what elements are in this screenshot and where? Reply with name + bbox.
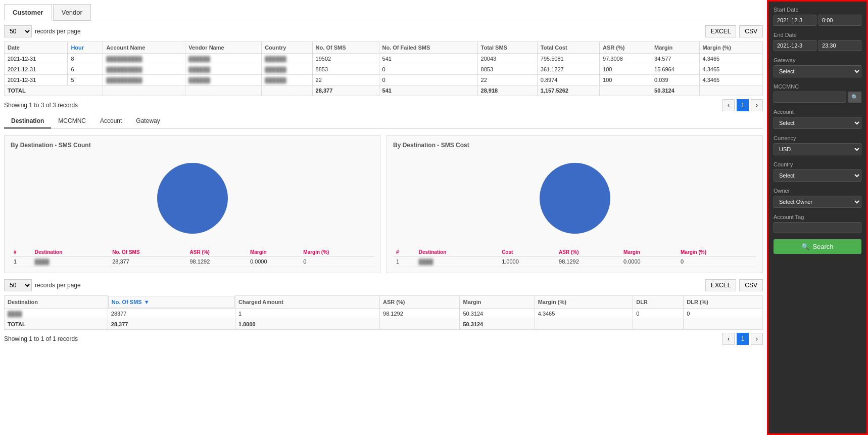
chart1-margin-pct: 0: [300, 257, 374, 267]
chart1-sms: 28,377: [109, 257, 186, 267]
top-tabs: Customer Vendor: [4, 4, 763, 21]
chart2-col-dest: Destination: [416, 248, 499, 257]
chart-tab-mccmnc[interactable]: MCCMNC: [51, 114, 93, 128]
cell-total-sms: 22: [477, 75, 537, 85]
bottom-pagination: Showing 1 to 1 of 1 records ‹ 1 ›: [4, 333, 763, 345]
table-row: 2021-12-31 5 ██████████ ██████ ██████ 22…: [5, 75, 763, 85]
cell-margin: 0.039: [651, 75, 700, 85]
end-date-input[interactable]: [774, 40, 816, 51]
bottom-excel-button[interactable]: EXCEL: [705, 279, 736, 291]
mccmnc-search-button[interactable]: 🔍: [848, 92, 861, 103]
top-pagination: Showing 1 to 3 of 3 records ‹ 1 ›: [4, 99, 763, 111]
tab-vendor[interactable]: Vendor: [53, 4, 91, 21]
bottom-per-page-select[interactable]: 50100: [4, 279, 32, 291]
bottom-pagination-showing: Showing 1 to 1 of 1 records: [4, 335, 78, 342]
bottom-margin-pct: 4.3465: [535, 308, 633, 319]
pagination-showing: Showing 1 to 3 of 3 records: [4, 102, 78, 109]
total-margin: 50.3124: [651, 85, 700, 96]
gateway-section: Gateway Select: [774, 57, 861, 77]
mccmnc-input[interactable]: [774, 92, 846, 103]
account-tag-label: Account Tag: [774, 214, 861, 220]
gateway-label: Gateway: [774, 57, 861, 63]
bottom-total-label: TOTAL: [5, 319, 108, 329]
pie-circle-1: [157, 163, 228, 234]
chart2-col-asr: ASR (%): [556, 248, 620, 257]
total-no-sms: 28,377: [312, 85, 379, 96]
cell-vendor: ██████: [185, 64, 262, 75]
bottom-col-sms[interactable]: No. Of SMS ▼: [108, 296, 235, 308]
bottom-csv-button[interactable]: CSV: [739, 279, 763, 291]
csv-button[interactable]: CSV: [739, 25, 763, 37]
chart2-col-cost: Cost: [499, 248, 556, 257]
chart1-legend-table: # Destination No. Of SMS ASR (%) Margin …: [11, 248, 374, 267]
account-tag-input[interactable]: [774, 222, 861, 233]
chart1-col-margin: Margin: [247, 248, 300, 257]
bottom-page-1-button[interactable]: 1: [737, 333, 749, 345]
account-label: Account: [774, 109, 861, 115]
chart2-col-num: #: [393, 248, 416, 257]
chart1-title: By Destination - SMS Count: [11, 142, 374, 149]
next-page-button[interactable]: ›: [751, 99, 763, 111]
col-hour[interactable]: Hour: [68, 42, 103, 54]
chart-sms-cost: By Destination - SMS Cost # Destination …: [387, 135, 763, 273]
owner-section: Owner Select Owner: [774, 188, 861, 208]
cell-margin-pct: 4.3465: [699, 54, 762, 64]
cell-failed-sms: 0: [379, 64, 477, 75]
per-page-select[interactable]: 50100200: [4, 25, 32, 37]
col-margin-pct: Margin (%): [699, 42, 762, 54]
chart1-margin: 0.0000: [247, 257, 300, 267]
cell-total-cost: 361.1227: [537, 64, 599, 75]
country-select[interactable]: Select: [774, 169, 861, 182]
cell-account: ██████████: [103, 64, 185, 75]
mccmnc-label: MCCMNC: [774, 83, 861, 90]
per-page-control: 50100200 records per page: [4, 25, 81, 37]
bottom-prev-page-button[interactable]: ‹: [722, 333, 735, 345]
excel-button[interactable]: EXCEL: [705, 25, 736, 37]
cell-country: ██████: [262, 64, 312, 75]
search-button[interactable]: 🔍 Search: [774, 239, 861, 254]
search-icon: 🔍: [801, 243, 809, 250]
chart-tabs: Destination MCCMNC Account Gateway: [4, 114, 763, 129]
currency-label: Currency: [774, 135, 861, 141]
charts-row: By Destination - SMS Count # Destination…: [4, 135, 763, 273]
cell-hour: 8: [68, 54, 103, 64]
col-asr: ASR (%): [600, 42, 651, 54]
prev-page-button[interactable]: ‹: [722, 99, 735, 111]
bottom-dlr-pct: 0: [684, 308, 763, 319]
chart-tab-gateway[interactable]: Gateway: [129, 114, 167, 128]
gateway-select[interactable]: Select: [774, 65, 861, 77]
bottom-col-margin-pct: Margin (%): [535, 296, 633, 309]
col-date: Date: [5, 42, 68, 54]
chart2-margin-pct: 0: [678, 257, 756, 267]
country-section: Country Select: [774, 161, 861, 182]
cell-asr: 97.3008: [600, 54, 651, 64]
chart2-legend-row: 1 ████ 1.0000 98.1292 0.0000 0: [393, 257, 756, 267]
bottom-total-sms: 28,377: [108, 319, 235, 329]
bottom-col-charged: Charged Amount: [235, 296, 380, 309]
total-total-sms: 28,918: [477, 85, 537, 96]
chart2-col-margin-pct: Margin (%): [678, 248, 756, 257]
bottom-col-dest: Destination: [5, 296, 108, 309]
start-date-input[interactable]: [774, 15, 816, 26]
page-1-button[interactable]: 1: [737, 99, 749, 111]
bottom-next-page-button[interactable]: ›: [751, 333, 763, 345]
chart1-col-margin-pct: Margin (%): [300, 248, 374, 257]
cell-vendor: ██████: [185, 54, 262, 64]
cell-account: ██████████: [103, 54, 185, 64]
per-page-label: records per page: [35, 28, 81, 35]
account-tag-section: Account Tag: [774, 214, 861, 233]
cell-date: 2021-12-31: [5, 75, 68, 85]
cell-failed-sms: 0: [379, 75, 477, 85]
currency-section: Currency USD: [774, 135, 861, 155]
owner-select[interactable]: Select Owner: [774, 196, 861, 208]
bottom-data-table: Destination No. Of SMS ▼ Charged Amount …: [4, 295, 763, 330]
account-select[interactable]: Select: [774, 117, 861, 129]
chart-tab-destination[interactable]: Destination: [4, 114, 51, 128]
end-time-input[interactable]: [818, 40, 861, 51]
chart-tab-account[interactable]: Account: [93, 114, 129, 128]
start-time-input[interactable]: [818, 15, 861, 26]
tab-customer[interactable]: Customer: [4, 4, 52, 21]
currency-select[interactable]: USD: [774, 143, 861, 155]
chart1-dest: ████: [32, 257, 109, 267]
table-row: 2021-12-31 8 ██████████ ██████ ██████ 19…: [5, 54, 763, 64]
